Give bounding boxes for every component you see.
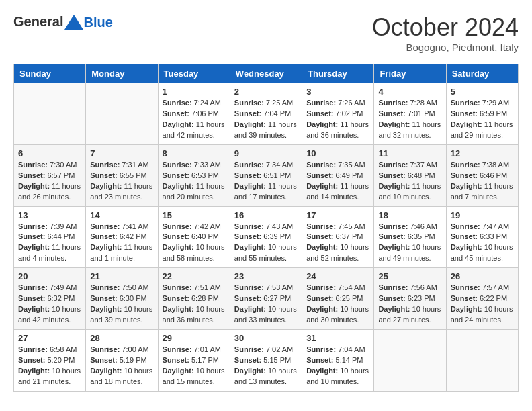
title-section: October 2024 Bogogno, Piedmont, Italy <box>372 13 519 53</box>
calendar-cell: 4Sunrise: 7:28 AMSunset: 7:01 PMDaylight… <box>374 83 446 145</box>
calendar-cell: 28Sunrise: 7:00 AMSunset: 5:19 PMDayligh… <box>86 330 158 392</box>
calendar-cell: 31Sunrise: 7:04 AMSunset: 5:14 PMDayligh… <box>302 330 374 392</box>
page-header: General Blue October 2024 Bogogno, Piedm… <box>13 13 519 53</box>
day-number: 2 <box>234 87 298 97</box>
cell-content: Sunrise: 7:26 AMSunset: 7:02 PMDaylight:… <box>306 98 369 141</box>
calendar-cell <box>86 83 158 145</box>
day-number: 11 <box>378 148 441 158</box>
day-number: 9 <box>234 148 298 158</box>
calendar-cell: 20Sunrise: 7:49 AMSunset: 6:32 PMDayligh… <box>14 268 86 330</box>
cell-content: Sunrise: 7:50 AMSunset: 6:30 PMDaylight:… <box>90 283 153 326</box>
calendar-cell <box>446 330 518 392</box>
cell-content: Sunrise: 7:31 AMSunset: 6:55 PMDaylight:… <box>90 160 153 203</box>
calendar-week-5: 27Sunrise: 6:58 AMSunset: 5:20 PMDayligh… <box>14 330 519 392</box>
day-number: 21 <box>90 271 153 281</box>
calendar-cell: 21Sunrise: 7:50 AMSunset: 6:30 PMDayligh… <box>86 268 158 330</box>
day-number: 20 <box>18 271 81 281</box>
calendar-cell: 12Sunrise: 7:38 AMSunset: 6:46 PMDayligh… <box>446 144 518 206</box>
cell-content: Sunrise: 7:51 AMSunset: 6:28 PMDaylight:… <box>163 283 226 326</box>
calendar-cell: 19Sunrise: 7:47 AMSunset: 6:33 PMDayligh… <box>446 206 518 268</box>
calendar-cell: 7Sunrise: 7:31 AMSunset: 6:55 PMDaylight… <box>86 144 158 206</box>
day-number: 7 <box>90 148 153 158</box>
cell-content: Sunrise: 7:34 AMSunset: 6:51 PMDaylight:… <box>234 160 298 203</box>
calendar-cell: 5Sunrise: 7:29 AMSunset: 6:59 PMDaylight… <box>446 83 518 145</box>
cell-content: Sunrise: 7:01 AMSunset: 5:17 PMDaylight:… <box>163 345 226 387</box>
cell-content: Sunrise: 7:53 AMSunset: 6:27 PMDaylight:… <box>234 283 298 326</box>
location-subtitle: Bogogno, Piedmont, Italy <box>372 42 519 53</box>
day-number: 16 <box>234 210 298 220</box>
calendar-cell <box>14 83 86 145</box>
day-number: 10 <box>306 148 369 158</box>
day-number: 27 <box>18 333 81 343</box>
day-number: 14 <box>90 210 153 220</box>
logo-general: General <box>13 14 63 30</box>
day-number: 1 <box>163 87 226 97</box>
day-number: 6 <box>18 148 81 158</box>
logo-icon <box>64 15 83 30</box>
calendar-cell: 9Sunrise: 7:34 AMSunset: 6:51 PMDaylight… <box>230 144 302 206</box>
day-number: 19 <box>451 210 514 220</box>
cell-content: Sunrise: 6:58 AMSunset: 5:20 PMDaylight:… <box>18 345 81 387</box>
day-number: 15 <box>163 210 226 220</box>
cell-content: Sunrise: 7:24 AMSunset: 7:06 PMDaylight:… <box>163 98 226 141</box>
day-number: 4 <box>378 87 441 97</box>
calendar-cell: 15Sunrise: 7:42 AMSunset: 6:40 PMDayligh… <box>158 206 230 268</box>
calendar-cell: 26Sunrise: 7:57 AMSunset: 6:22 PMDayligh… <box>446 268 518 330</box>
cell-content: Sunrise: 7:02 AMSunset: 5:15 PMDaylight:… <box>234 345 298 387</box>
calendar-cell: 6Sunrise: 7:30 AMSunset: 6:57 PMDaylight… <box>14 144 86 206</box>
day-header-wednesday: Wednesday <box>230 64 302 83</box>
calendar-week-1: 1Sunrise: 7:24 AMSunset: 7:06 PMDaylight… <box>14 83 519 145</box>
day-header-sunday: Sunday <box>14 64 86 83</box>
cell-content: Sunrise: 7:00 AMSunset: 5:19 PMDaylight:… <box>90 345 153 387</box>
cell-content: Sunrise: 7:43 AMSunset: 6:39 PMDaylight:… <box>234 222 298 265</box>
cell-content: Sunrise: 7:56 AMSunset: 6:23 PMDaylight:… <box>378 283 441 326</box>
logo-blue: Blue <box>83 15 112 30</box>
day-number: 3 <box>306 87 369 97</box>
calendar-week-4: 20Sunrise: 7:49 AMSunset: 6:32 PMDayligh… <box>14 268 519 330</box>
cell-content: Sunrise: 7:29 AMSunset: 6:59 PMDaylight:… <box>451 98 514 141</box>
day-header-monday: Monday <box>86 64 158 83</box>
svg-marker-0 <box>64 15 83 30</box>
cell-content: Sunrise: 7:28 AMSunset: 7:01 PMDaylight:… <box>378 98 441 141</box>
calendar-cell: 1Sunrise: 7:24 AMSunset: 7:06 PMDaylight… <box>158 83 230 145</box>
calendar-cell: 3Sunrise: 7:26 AMSunset: 7:02 PMDaylight… <box>302 83 374 145</box>
calendar-cell: 2Sunrise: 7:25 AMSunset: 7:04 PMDaylight… <box>230 83 302 145</box>
calendar-cell: 29Sunrise: 7:01 AMSunset: 5:17 PMDayligh… <box>158 330 230 392</box>
day-header-friday: Friday <box>374 64 446 83</box>
day-number: 30 <box>234 333 298 343</box>
calendar-cell: 23Sunrise: 7:53 AMSunset: 6:27 PMDayligh… <box>230 268 302 330</box>
cell-content: Sunrise: 7:47 AMSunset: 6:33 PMDaylight:… <box>451 222 514 265</box>
calendar-cell: 14Sunrise: 7:41 AMSunset: 6:42 PMDayligh… <box>86 206 158 268</box>
cell-content: Sunrise: 7:49 AMSunset: 6:32 PMDaylight:… <box>18 283 81 326</box>
day-number: 24 <box>306 271 369 281</box>
day-number: 28 <box>90 333 153 343</box>
calendar-cell: 30Sunrise: 7:02 AMSunset: 5:15 PMDayligh… <box>230 330 302 392</box>
calendar-cell: 24Sunrise: 7:54 AMSunset: 6:25 PMDayligh… <box>302 268 374 330</box>
cell-content: Sunrise: 7:41 AMSunset: 6:42 PMDaylight:… <box>90 222 153 265</box>
cell-content: Sunrise: 7:45 AMSunset: 6:37 PMDaylight:… <box>306 222 369 265</box>
logo: General Blue <box>13 13 113 30</box>
calendar-cell: 17Sunrise: 7:45 AMSunset: 6:37 PMDayligh… <box>302 206 374 268</box>
calendar-cell: 11Sunrise: 7:37 AMSunset: 6:48 PMDayligh… <box>374 144 446 206</box>
calendar-cell: 16Sunrise: 7:43 AMSunset: 6:39 PMDayligh… <box>230 206 302 268</box>
day-number: 23 <box>234 271 298 281</box>
calendar-cell: 22Sunrise: 7:51 AMSunset: 6:28 PMDayligh… <box>158 268 230 330</box>
calendar-cell <box>374 330 446 392</box>
calendar-cell: 13Sunrise: 7:39 AMSunset: 6:44 PMDayligh… <box>14 206 86 268</box>
day-number: 26 <box>451 271 514 281</box>
day-number: 25 <box>378 271 441 281</box>
day-number: 31 <box>306 333 369 343</box>
header-row: SundayMondayTuesdayWednesdayThursdayFrid… <box>14 64 519 83</box>
cell-content: Sunrise: 7:04 AMSunset: 5:14 PMDaylight:… <box>306 345 369 387</box>
day-number: 22 <box>163 271 226 281</box>
calendar-cell: 10Sunrise: 7:35 AMSunset: 6:49 PMDayligh… <box>302 144 374 206</box>
day-number: 13 <box>18 210 81 220</box>
cell-content: Sunrise: 7:46 AMSunset: 6:35 PMDaylight:… <box>378 222 441 265</box>
day-number: 17 <box>306 210 369 220</box>
day-number: 29 <box>163 333 226 343</box>
cell-content: Sunrise: 7:42 AMSunset: 6:40 PMDaylight:… <box>163 222 226 265</box>
day-header-tuesday: Tuesday <box>158 64 230 83</box>
day-number: 18 <box>378 210 441 220</box>
cell-content: Sunrise: 7:35 AMSunset: 6:49 PMDaylight:… <box>306 160 369 203</box>
month-title: October 2024 <box>372 13 519 42</box>
